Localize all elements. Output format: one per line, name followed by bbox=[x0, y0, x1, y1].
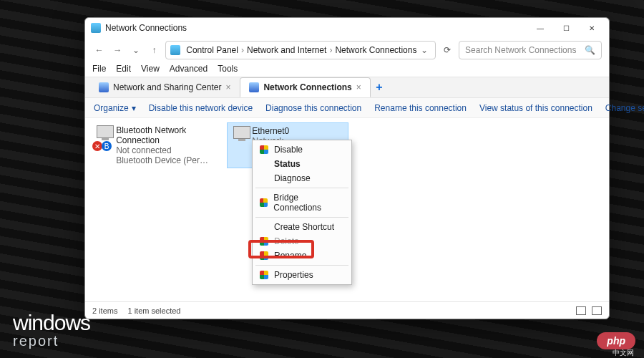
search-input[interactable]: Search Network Connections 🔍 bbox=[459, 41, 602, 59]
up-button[interactable]: ↑ bbox=[147, 42, 162, 58]
connection-status: Not connected bbox=[116, 145, 210, 155]
ctx-separator bbox=[255, 188, 348, 188]
cmd-view-status[interactable]: View status of this connection bbox=[479, 103, 592, 113]
ctx-separator bbox=[255, 217, 348, 218]
address-bar: ← → ⌄ ↑ Control Panel › Network and Inte… bbox=[85, 38, 609, 62]
status-item-count: 2 items bbox=[92, 306, 117, 315]
watermark-line2: report bbox=[13, 334, 90, 348]
explorer-window: Network Connections — ☐ ✕ ← → ⌄ ↑ Contro… bbox=[84, 17, 610, 319]
status-bar: 2 items 1 item selected bbox=[85, 301, 609, 319]
chevron-down-icon: ▾ bbox=[132, 103, 136, 113]
ctx-delete: Delete bbox=[253, 234, 351, 248]
tab-network-connections[interactable]: Network Connections × bbox=[240, 77, 370, 97]
menu-tools[interactable]: Tools bbox=[218, 64, 238, 74]
tab-label: Network Connections bbox=[263, 82, 351, 92]
php-watermark: php bbox=[597, 332, 635, 349]
status-selected: 1 item selected bbox=[127, 306, 180, 315]
menu-file[interactable]: File bbox=[92, 64, 106, 74]
ctx-separator bbox=[255, 265, 348, 266]
disconnected-icon: ✕ bbox=[92, 141, 102, 151]
minimize-button[interactable]: — bbox=[527, 19, 553, 37]
cmd-rename[interactable]: Rename this connection bbox=[374, 103, 467, 113]
connection-name: Ethernet0 bbox=[252, 126, 345, 136]
shield-icon bbox=[260, 145, 268, 154]
network-connections-icon bbox=[249, 82, 259, 92]
watermark-line1: windows bbox=[13, 312, 90, 334]
ctx-label: Create Shortcut bbox=[274, 222, 334, 232]
ctx-create-shortcut[interactable]: Create Shortcut bbox=[253, 220, 351, 234]
context-menu: Disable Status Diagnose Bridge Connectio… bbox=[252, 140, 352, 285]
details-view-button[interactable] bbox=[576, 306, 586, 315]
crumb-sep: › bbox=[241, 45, 244, 55]
connection-name: Bluetooth Network Connection bbox=[116, 125, 210, 145]
menubar: File Edit View Advanced Tools bbox=[85, 62, 609, 77]
breadcrumb-dropdown[interactable]: ⌄ bbox=[418, 45, 431, 55]
connection-bluetooth[interactable]: ✕ B Bluetooth Network Connection Not con… bbox=[91, 122, 213, 168]
ctx-disable[interactable]: Disable bbox=[253, 142, 351, 157]
network-sharing-icon bbox=[99, 82, 109, 92]
windows-report-watermark: windows report bbox=[13, 312, 90, 348]
crumb-network-connections[interactable]: Network Connections bbox=[335, 45, 416, 55]
ctx-label: Disable bbox=[274, 145, 303, 155]
content-area[interactable]: ✕ B Bluetooth Network Connection Not con… bbox=[85, 118, 609, 301]
forward-button[interactable]: → bbox=[111, 42, 125, 58]
breadcrumb-icon bbox=[170, 45, 180, 55]
ctx-label: Diagnose bbox=[274, 173, 311, 183]
tab-close-icon[interactable]: × bbox=[356, 82, 361, 92]
crumb-control-panel[interactable]: Control Panel bbox=[186, 45, 238, 55]
tabbar: Network and Sharing Center × Network Con… bbox=[85, 77, 609, 98]
adapter-icon: ✕ B bbox=[94, 125, 112, 150]
ctx-label: Bridge Connections bbox=[273, 193, 344, 213]
window-icon bbox=[91, 23, 101, 33]
search-icon[interactable]: 🔍 bbox=[585, 45, 595, 55]
shield-icon bbox=[260, 198, 268, 207]
organize-button[interactable]: Organize ▾ bbox=[94, 103, 136, 113]
ctx-diagnose[interactable]: Diagnose bbox=[253, 171, 351, 185]
tab-sharing-center[interactable]: Network and Sharing Center × bbox=[89, 77, 240, 97]
ctx-label: Rename bbox=[274, 251, 306, 261]
command-bar: Organize ▾ Disable this network device D… bbox=[85, 98, 609, 118]
back-button[interactable]: ← bbox=[92, 42, 107, 58]
cmd-change-settings[interactable]: Change settings of this connection bbox=[605, 103, 644, 113]
ctx-label: Properties bbox=[274, 270, 313, 280]
bluetooth-icon: B bbox=[102, 141, 112, 151]
ctx-status[interactable]: Status bbox=[253, 157, 351, 171]
breadcrumb[interactable]: Control Panel › Network and Internet › N… bbox=[165, 41, 436, 59]
recent-dropdown[interactable]: ⌄ bbox=[129, 42, 143, 58]
ctx-rename[interactable]: Rename bbox=[253, 248, 351, 263]
ctx-label: Status bbox=[274, 159, 301, 169]
adapter-icon bbox=[230, 126, 248, 150]
maximize-button[interactable]: ☐ bbox=[553, 19, 579, 37]
ctx-bridge[interactable]: Bridge Connections bbox=[253, 190, 351, 215]
window-title: Network Connections bbox=[105, 23, 187, 33]
search-placeholder: Search Network Connections bbox=[465, 45, 576, 55]
ctx-properties[interactable]: Properties bbox=[253, 268, 351, 282]
refresh-button[interactable]: ⟳ bbox=[440, 42, 454, 58]
cmd-diagnose[interactable]: Diagnose this connection bbox=[265, 103, 361, 113]
cmd-disable-device[interactable]: Disable this network device bbox=[149, 103, 253, 113]
shield-icon bbox=[260, 271, 268, 279]
ctx-label: Delete bbox=[274, 236, 299, 246]
organize-label: Organize bbox=[94, 103, 129, 113]
tab-close-icon[interactable]: × bbox=[225, 82, 230, 92]
tab-label: Network and Sharing Center bbox=[113, 82, 221, 92]
menu-view[interactable]: View bbox=[141, 64, 160, 74]
new-tab-button[interactable]: + bbox=[371, 81, 388, 94]
menu-advanced[interactable]: Advanced bbox=[170, 64, 208, 74]
large-icons-view-button[interactable] bbox=[592, 306, 602, 315]
shield-icon bbox=[260, 251, 268, 260]
crumb-network-internet[interactable]: Network and Internet bbox=[247, 45, 326, 55]
php-watermark-sub: 中文网 bbox=[613, 348, 634, 358]
menu-edit[interactable]: Edit bbox=[116, 64, 131, 74]
close-button[interactable]: ✕ bbox=[579, 19, 605, 37]
connection-device: Bluetooth Device (Personal Area ... bbox=[116, 155, 210, 165]
crumb-sep: › bbox=[329, 45, 332, 55]
shield-icon bbox=[260, 237, 268, 246]
titlebar: Network Connections — ☐ ✕ bbox=[85, 18, 609, 38]
